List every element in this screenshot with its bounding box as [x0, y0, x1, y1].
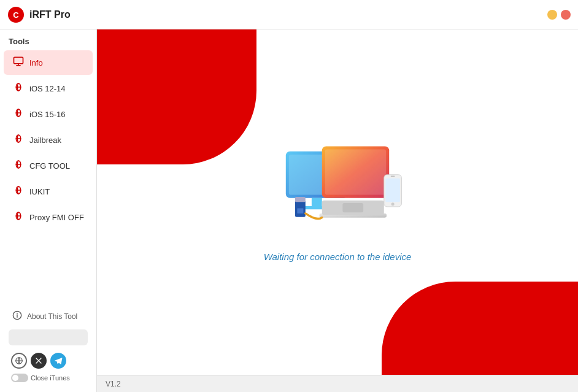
svg-rect-15 — [312, 198, 322, 207]
close-itunes-toggle[interactable] — [11, 374, 28, 382]
sidebar-item-ios1516[interactable]: iOS 15-16 — [4, 102, 93, 126]
search-bar[interactable] — [9, 329, 88, 345]
sidebar-item-info[interactable]: Info — [4, 50, 93, 75]
sidebar-item-ios1214[interactable]: iOS 12-14 — [4, 76, 93, 101]
iukit-icon — [12, 185, 25, 198]
globe-button[interactable] — [11, 353, 27, 369]
svg-rect-23 — [297, 208, 303, 213]
cfgtool-icon — [12, 159, 25, 172]
sidebar-item-iukit-label: IUKIT — [29, 187, 50, 196]
sidebar-item-ios1214-label: iOS 12-14 — [29, 84, 66, 93]
sidebar-item-proxyfmioff-label: Proxy FMI OFF — [29, 213, 84, 222]
sidebar-item-ios1516-label: iOS 15-16 — [29, 110, 66, 119]
waiting-text: Waiting for connection to the idevice — [264, 252, 412, 262]
about-this-tool-label: About This Tool — [27, 312, 77, 321]
sidebar-item-info-label: Info — [29, 58, 43, 67]
app-logo: C iRFT Pro — [7, 6, 71, 23]
sidebar-bottom: About This Tool — [0, 301, 96, 392]
telegram-button[interactable] — [50, 353, 66, 369]
about-this-tool-item[interactable]: About This Tool — [4, 306, 93, 327]
logo-icon: C — [7, 6, 25, 23]
content-area: Waiting for connection to the idevice V1… — [97, 29, 578, 392]
svg-rect-28 — [391, 175, 395, 177]
app-title: iRFT Pro — [29, 9, 71, 20]
sidebar-item-cfgtool-label: CFG TOOL — [29, 161, 70, 171]
x-button[interactable] — [31, 353, 47, 369]
sidebar-item-proxyfmioff[interactable]: Proxy FMI OFF — [4, 205, 93, 229]
device-illustration — [270, 141, 405, 239]
about-icon — [12, 310, 22, 322]
jailbreak-icon — [12, 133, 25, 147]
svg-point-27 — [391, 202, 395, 206]
close-itunes-row[interactable]: Close iTunes — [4, 372, 93, 387]
sidebar-item-jailbreak[interactable]: Jailbreak — [4, 128, 93, 152]
window-controls — [547, 10, 571, 20]
svg-rect-2 — [14, 57, 23, 64]
close-itunes-label: Close iTunes — [31, 374, 70, 382]
sidebar-section-tools: Tools — [0, 29, 96, 50]
proxyfmioff-icon — [12, 210, 25, 224]
version-footer: V1.2 — [97, 375, 578, 392]
titlebar: C iRFT Pro — [0, 0, 578, 29]
sidebar: Tools Info iOS 12-14 — [0, 29, 97, 392]
version-label: V1.2 — [106, 380, 121, 388]
bottom-icon-row — [4, 350, 93, 372]
sidebar-item-iukit[interactable]: IUKIT — [4, 179, 93, 204]
svg-rect-26 — [385, 179, 400, 202]
ios1214-icon — [12, 82, 25, 95]
sidebar-item-jailbreak-label: Jailbreak — [29, 136, 61, 145]
svg-rect-21 — [342, 203, 363, 212]
ios1516-icon — [12, 107, 25, 121]
close-button[interactable] — [561, 10, 571, 20]
svg-rect-18 — [325, 149, 386, 194]
main-layout: Tools Info iOS 12-14 — [0, 29, 578, 392]
svg-text:C: C — [13, 10, 19, 20]
info-icon — [12, 56, 25, 69]
minimize-button[interactable] — [547, 10, 557, 20]
sidebar-item-cfgtool[interactable]: CFG TOOL — [4, 153, 93, 178]
svg-rect-24 — [295, 197, 306, 202]
content-center: Waiting for connection to the idevice — [97, 29, 578, 374]
